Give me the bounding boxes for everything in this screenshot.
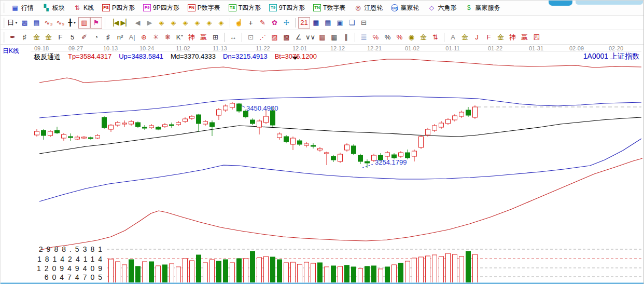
si-angle-icon[interactable]: 四 xyxy=(530,32,542,43)
puzzle-icon[interactable]: ✣ xyxy=(281,17,292,29)
ying-icon[interactable]: 赢 xyxy=(198,32,209,43)
menu-hexagon[interactable]: ◇六角形 xyxy=(423,4,460,12)
box-tool-icon[interactable]: ⊡ xyxy=(245,32,257,43)
k-quote-icon[interactable]: K″ xyxy=(174,32,186,43)
clock-45-icon[interactable]: ◔ xyxy=(90,32,102,43)
diamond-split-icon[interactable]: ◈ xyxy=(179,17,191,29)
gold-grid2-icon-glyph: 金 xyxy=(45,34,52,40)
menu-t-square[interactable]: TST四方形 xyxy=(225,4,265,12)
five-grid-icon[interactable]: 5 xyxy=(66,32,78,43)
save-icon[interactable]: ▣ xyxy=(334,17,346,29)
partial-badge-panel[interactable] xyxy=(576,1,643,5)
candle-type-icon[interactable]: ╂▼ xyxy=(66,17,78,29)
percent-icon[interactable]: % xyxy=(382,32,394,43)
gold2-angle-icon[interactable]: 金 xyxy=(495,32,507,43)
diamond-left-icon[interactable]: ◈ xyxy=(156,17,167,29)
gann-grid-icon[interactable]: ▦ xyxy=(316,32,328,43)
slope-percent-icon[interactable]: ℅ xyxy=(370,32,382,43)
menu-winner-service[interactable]: $赢家服务 xyxy=(460,4,504,12)
angle-measure-icon[interactable]: ✎ xyxy=(257,17,269,29)
rays-fill-icon[interactable]: ▩ xyxy=(281,32,292,43)
date-label: 01-31 xyxy=(529,45,543,51)
hatch2-icon[interactable]: ♯ xyxy=(102,32,114,43)
pattern-icon[interactable]: ▩ xyxy=(19,17,31,29)
menu-quotes[interactable]: ▦行情 xyxy=(7,4,38,12)
menu-9t-square[interactable]: T99T四方形 xyxy=(265,4,309,12)
updown-pen-icon[interactable]: ⇅ xyxy=(429,32,441,43)
nav-toolbar: 日▼▩▤∿₃∿₉╂▼▥⚑▕◀▶▏◀▶◈◈◈◈◈◈☝＋✎✿✣21▦▤▣❏⊟ xyxy=(1,16,643,30)
printer-icon[interactable]: ⊟ xyxy=(358,17,370,29)
period-day-icon[interactable]: 日▼ xyxy=(7,17,19,29)
width-icon[interactable]: ↔ xyxy=(227,32,239,43)
menu-p-square[interactable]: PSP四方形 xyxy=(98,4,139,12)
gold-grid2-icon[interactable]: 金 xyxy=(43,32,54,43)
date-label: 09-27 xyxy=(68,45,83,51)
menu-t-table[interactable]: TNT数字表 xyxy=(309,4,349,12)
partial-badge-icon[interactable] xyxy=(549,1,572,6)
calendar-21-icon[interactable]: 21 xyxy=(298,17,310,29)
rays-box-icon[interactable]: ▨ xyxy=(269,32,281,43)
menu-9t-square-icon: T9 xyxy=(269,4,277,11)
pen2-icon[interactable]: ✐ xyxy=(78,32,90,43)
pen-icon[interactable]: ✒ xyxy=(7,32,19,43)
fib-levels-icon[interactable]: ☰ xyxy=(358,32,370,43)
period-day-icon-caret: ▼ xyxy=(15,21,18,24)
menu-kline[interactable]: ⇅K线 xyxy=(69,4,98,12)
menu-winner-wheel-label: 赢家轮 xyxy=(400,4,419,12)
diamond-expand-icon[interactable]: ◈ xyxy=(203,17,215,29)
web-icon[interactable]: ❋ xyxy=(162,32,174,43)
grid-123-icon[interactable]: ⊞ xyxy=(209,32,221,43)
last-page-icon[interactable]: ▶▏ xyxy=(120,17,132,29)
menu-gann-wheel[interactable]: ◎江恩轮 xyxy=(349,4,387,12)
gold-circle-icon[interactable]: ◉ xyxy=(405,32,417,43)
gann-grid2-icon[interactable]: ▦ xyxy=(328,32,340,43)
volume-axis-label-1: 181424114 xyxy=(1,255,106,263)
flag-icon[interactable]: ⚑ xyxy=(90,17,102,29)
star-icon[interactable]: ✳ xyxy=(150,32,162,43)
rays-icon[interactable]: ⋰ xyxy=(257,32,269,43)
j-angle-icon[interactable]: J xyxy=(471,32,483,43)
wave-9-icon[interactable]: ∿₉ xyxy=(54,17,66,29)
hatch-icon[interactable]: ♯ xyxy=(19,32,31,43)
ying-angle-icon[interactable]: 赢 xyxy=(519,32,530,43)
shen-angle-icon[interactable]: 神 xyxy=(507,32,519,43)
notepad-icon[interactable]: ▤ xyxy=(322,17,334,29)
wave-3-icon[interactable]: ∿₃ xyxy=(43,17,54,29)
date-label: 12-12 xyxy=(330,45,345,51)
note-icon[interactable]: ▤ xyxy=(31,17,43,29)
diamond-right-icon[interactable]: ◈ xyxy=(167,17,179,29)
next-icon[interactable]: ▶ xyxy=(144,17,156,29)
percent-line-icon[interactable]: % xyxy=(394,32,405,43)
calculator-icon[interactable]: ▦ xyxy=(310,17,322,29)
red-chart-icon[interactable]: ▥ xyxy=(78,17,90,29)
f-angle-icon[interactable]: F xyxy=(483,32,495,43)
zigzag-icon[interactable]: ∨∨ xyxy=(304,32,316,43)
menu-p-table[interactable]: PNP数字表 xyxy=(184,4,225,12)
first-page-icon[interactable]: ▕◀ xyxy=(108,17,120,29)
crosshair-icon[interactable]: ＋ xyxy=(245,17,257,29)
angle-lines-icon-glyph: ∠ xyxy=(296,34,302,40)
hand-icon[interactable]: ☝ xyxy=(233,17,245,29)
menu-winner-wheel[interactable]: Big赢家轮 xyxy=(387,4,423,12)
shen-icon[interactable]: 神 xyxy=(186,32,198,43)
gold-angle-icon[interactable]: 金 xyxy=(459,32,471,43)
price-level-label: 2988.5381 xyxy=(1,245,106,253)
gold-section-icon[interactable]: 金 xyxy=(417,32,429,43)
parallel-icon[interactable]: ∥ xyxy=(340,32,352,43)
menu-sectors[interactable]: ▚板块 xyxy=(38,4,69,12)
a-angle-icon[interactable]: A xyxy=(447,32,459,43)
prev-icon[interactable]: ◀ xyxy=(132,17,144,29)
a-mirror-icon[interactable]: A| xyxy=(126,32,138,43)
export-icon[interactable]: ❏ xyxy=(346,17,358,29)
angle-lines-icon[interactable]: ∠ xyxy=(292,32,304,43)
gold-grid-icon[interactable]: 金 xyxy=(31,32,43,43)
f-grid-icon[interactable]: F xyxy=(54,32,66,43)
compass-icon[interactable]: ⊕ xyxy=(138,32,150,43)
flower-icon[interactable]: ✿ xyxy=(269,17,281,29)
diamond-center-icon[interactable]: ◈ xyxy=(215,17,227,29)
diamond-compress-icon[interactable]: ◈ xyxy=(191,17,203,29)
puzzle-icon-glyph: ✣ xyxy=(284,19,289,26)
n2-icon[interactable]: n² xyxy=(114,32,126,43)
percent-line-icon-glyph: % xyxy=(397,34,403,40)
menu-9p-square[interactable]: P99P四方形 xyxy=(139,4,184,12)
